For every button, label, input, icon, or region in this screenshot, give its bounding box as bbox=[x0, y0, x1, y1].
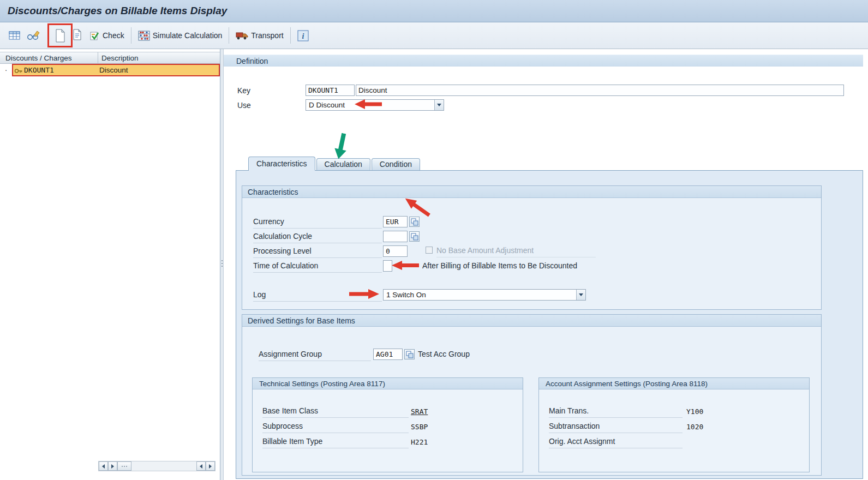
no-base-amount-checkbox[interactable] bbox=[426, 247, 433, 254]
derived-settings-group-title: Derived Settings for Base Items bbox=[242, 315, 821, 327]
sap-window: { "titlebar": { "title": "Discounts/Char… bbox=[0, 0, 868, 480]
create-button[interactable] bbox=[51, 26, 69, 45]
glasses-pencil-icon bbox=[27, 30, 41, 41]
currency-label: Currency bbox=[253, 217, 382, 229]
check-button[interactable]: Check bbox=[86, 26, 128, 45]
info-button[interactable]: i bbox=[294, 26, 312, 45]
use-label: Use bbox=[237, 101, 251, 110]
calculation-cycle-value-help-button[interactable] bbox=[409, 231, 420, 242]
tree-header-discounts-charges[interactable]: Discounts / Charges bbox=[0, 52, 98, 63]
svg-text:i: i bbox=[302, 32, 304, 40]
tree-horizontal-scrollbar[interactable] bbox=[98, 461, 215, 471]
page-title: Discounts/Charges on Billable Items Disp… bbox=[8, 5, 227, 17]
account-assignment-box: Account Assignment Settings (Posting Are… bbox=[538, 377, 810, 472]
currency-field[interactable]: EUR bbox=[383, 216, 408, 227]
derived-settings-group-title-text: Derived Settings for Base Items bbox=[248, 316, 355, 325]
key-description-field[interactable]: Discount bbox=[356, 85, 844, 96]
definition-section-header: Definition bbox=[224, 55, 863, 67]
billable-item-type-value: H221 bbox=[411, 438, 428, 446]
dropdown-arrow-icon[interactable] bbox=[576, 290, 585, 300]
subtransaction-value: 1020 bbox=[686, 423, 703, 431]
info-icon: i bbox=[297, 30, 309, 41]
key-field[interactable]: DKOUNT1 bbox=[306, 85, 355, 96]
technical-settings-box: Technical Settings (Posting Area 8117) B… bbox=[252, 377, 523, 472]
copy-button[interactable] bbox=[69, 26, 86, 45]
tree-row-key: DKOUNT1 bbox=[24, 66, 54, 74]
log-dropdown[interactable]: 1 Switch On bbox=[383, 289, 586, 301]
calculation-cycle-field[interactable] bbox=[383, 231, 408, 242]
base-item-class-value[interactable]: SRAT bbox=[411, 407, 428, 416]
toolbar-separator bbox=[229, 27, 229, 44]
tree-panel: Discounts / Charges Description · DKOUNT… bbox=[0, 49, 220, 480]
tab-strip: Characteristics Calculation Condition bbox=[248, 157, 420, 171]
toolbar-separator bbox=[290, 27, 291, 44]
dropdown-arrow-icon[interactable] bbox=[434, 100, 444, 110]
orig-acct-assignmt-label: Orig. Acct Assignmt bbox=[549, 437, 683, 448]
toolbar-separator bbox=[131, 27, 131, 44]
tab-condition[interactable]: Condition bbox=[372, 158, 420, 170]
window-title-bar: Discounts/Charges on Billable Items Disp… bbox=[0, 0, 868, 22]
main-trans-value: Y100 bbox=[686, 407, 703, 416]
abacus-icon bbox=[138, 31, 150, 41]
currency-value-help-button[interactable] bbox=[409, 217, 420, 227]
tree-row-description: Discount bbox=[99, 66, 128, 74]
tree-row-selection[interactable]: DKOUNT1 Discount bbox=[12, 64, 220, 76]
tree-row[interactable]: · DKOUNT1 Discount bbox=[0, 64, 220, 76]
key-label: Key bbox=[237, 86, 250, 95]
log-label: Log bbox=[253, 290, 382, 302]
calculation-cycle-label: Calculation Cycle bbox=[253, 232, 382, 243]
assignment-group-label: Assignment Group bbox=[259, 350, 371, 361]
simulate-calculation-label: Simulate Calculation bbox=[153, 31, 223, 40]
time-of-calculation-field[interactable] bbox=[383, 260, 392, 272]
scroll-left-button[interactable] bbox=[99, 461, 108, 471]
check-button-label: Check bbox=[103, 31, 124, 40]
processing-level-field[interactable]: 0 bbox=[383, 245, 408, 257]
tree-header-row: Discounts / Charges Description bbox=[0, 52, 220, 64]
subprocess-label: Subprocess bbox=[262, 422, 409, 433]
characteristics-group-title: Characteristics bbox=[242, 186, 821, 198]
scroll-right-button[interactable] bbox=[108, 461, 117, 471]
no-base-amount-label: No Base Amount Adjustment bbox=[436, 246, 596, 257]
use-dropdown[interactable]: D Discount bbox=[306, 99, 444, 111]
tree-header-description[interactable]: Description bbox=[98, 52, 220, 63]
value-help-icon bbox=[406, 351, 414, 358]
scroll-right-button[interactable] bbox=[206, 461, 215, 471]
tab-characteristics[interactable]: Characteristics bbox=[248, 157, 315, 171]
splitter-grip-icon[interactable] bbox=[221, 256, 223, 271]
assignment-group-field[interactable]: AG01 bbox=[373, 349, 403, 360]
characteristics-group-title-text: Characteristics bbox=[248, 188, 298, 196]
technical-settings-title: Technical Settings (Posting Area 8117) bbox=[253, 378, 523, 389]
definition-section-title: Definition bbox=[236, 57, 268, 65]
check-icon bbox=[89, 31, 100, 41]
technical-settings-title-text: Technical Settings (Posting Area 8117) bbox=[259, 380, 385, 388]
table-view-button[interactable] bbox=[5, 26, 23, 45]
time-of-calculation-label: Time of Calculation bbox=[253, 261, 382, 273]
characteristics-group: Characteristics Currency EUR Calculation… bbox=[242, 185, 822, 310]
time-of-calculation-description: After Billing of Billable Items to Be Di… bbox=[422, 261, 577, 270]
scrollbar-grip[interactable] bbox=[117, 461, 131, 471]
key-icon bbox=[14, 67, 23, 75]
main-trans-label: Main Trans. bbox=[549, 406, 683, 418]
assignment-group-value-help-button[interactable] bbox=[404, 349, 415, 359]
toolbar-separator bbox=[47, 27, 48, 44]
transport-button[interactable]: Transport bbox=[232, 26, 286, 45]
account-assignment-title-text: Account Assignment Settings (Posting Are… bbox=[546, 380, 708, 388]
display-change-button[interactable] bbox=[23, 26, 44, 45]
subtransaction-label: Subtransaction bbox=[549, 422, 683, 433]
table-icon bbox=[9, 31, 20, 40]
base-item-class-label: Base Item Class bbox=[262, 406, 409, 418]
log-dropdown-value: 1 Switch On bbox=[384, 291, 576, 299]
copy-icon bbox=[72, 29, 83, 43]
subprocess-value: SSBP bbox=[411, 423, 428, 431]
truck-icon bbox=[236, 31, 248, 40]
detail-panel: Definition Key DKOUNT1 Discount Use D Di… bbox=[224, 49, 868, 480]
tab-calculation[interactable]: Calculation bbox=[316, 158, 370, 170]
scroll-left-button[interactable] bbox=[196, 461, 206, 471]
application-toolbar: Check Simulate Calculation Transport i bbox=[0, 22, 868, 49]
derived-settings-group: Derived Settings for Base Items Assignme… bbox=[242, 314, 822, 476]
transport-button-label: Transport bbox=[251, 31, 283, 40]
use-dropdown-value: D Discount bbox=[306, 101, 434, 109]
simulate-calculation-button[interactable]: Simulate Calculation bbox=[135, 26, 226, 45]
value-help-icon bbox=[411, 233, 418, 241]
new-document-icon bbox=[55, 29, 65, 43]
